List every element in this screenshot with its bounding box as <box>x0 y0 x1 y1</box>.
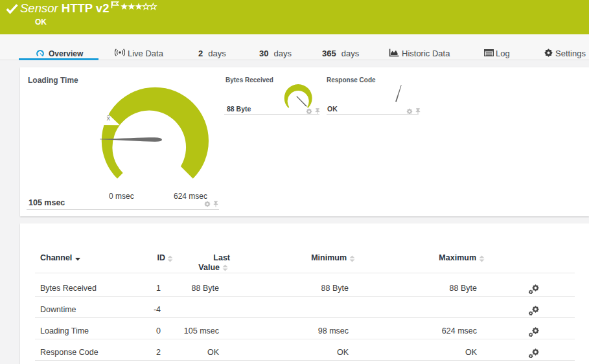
svg-text:x̄: x̄ <box>107 114 111 122</box>
